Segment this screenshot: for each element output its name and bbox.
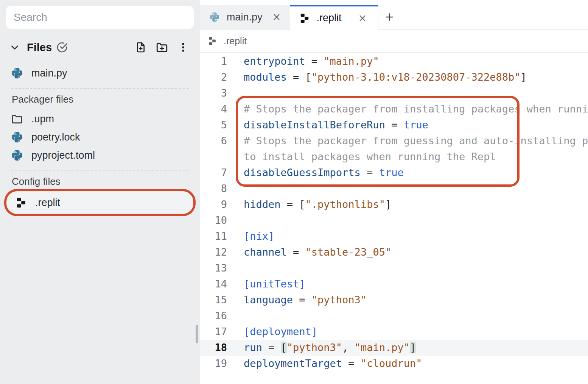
sidebar-scrollbar-thumb[interactable] [196, 325, 198, 343]
line-number [200, 149, 227, 165]
python-icon [209, 12, 220, 22]
code-line[interactable]: 12channel = "stable-23_05" [200, 244, 588, 260]
line-number: 19 [200, 356, 227, 372]
line-number: 14 [200, 276, 227, 292]
line-number: 17 [200, 324, 227, 340]
code-line[interactable]: 15language = "python3" [200, 292, 588, 308]
code-line[interactable]: 17[deployment] [200, 324, 588, 340]
line-number: 18 [200, 340, 227, 356]
new-file-icon[interactable] [132, 39, 149, 56]
chevron-down-icon[interactable] [8, 39, 22, 56]
line-number: 7 [200, 165, 227, 181]
python-icon [11, 67, 23, 79]
code-text: to install packages when running the Rep… [227, 149, 496, 165]
line-number: 16 [200, 308, 227, 324]
line-number: 2 [200, 69, 227, 85]
line-number: 3 [200, 85, 227, 101]
divider [11, 170, 189, 171]
code-line[interactable]: 7disableGuessImports = true [200, 165, 588, 181]
file-name: pyproject.toml [31, 150, 95, 161]
new-tab-button[interactable] [378, 5, 400, 29]
code-line[interactable]: 14[unitTest] [200, 276, 588, 292]
replit-ide-window: Files main.py [0, 0, 588, 384]
file-sidebar: Files main.py [0, 0, 200, 384]
check-circle-icon[interactable] [53, 39, 71, 56]
code-line[interactable]: 6# Stops the packager from guessing and … [200, 133, 588, 149]
file-name: main.py [31, 67, 67, 79]
code-text [227, 212, 244, 228]
code-text: run = ["python3", "main.py"] [227, 340, 416, 356]
code-line[interactable]: 8 [200, 181, 588, 197]
sidebar-item-main-py[interactable]: main.py [6, 64, 194, 82]
code-text: # Stops the packager from guessing and a… [227, 133, 588, 149]
code-text: channel = "stable-23_05" [227, 244, 391, 260]
divider [11, 88, 189, 89]
section-label-packager-files: Packager files [12, 94, 194, 105]
line-number: 10 [200, 212, 227, 228]
files-header: Files [6, 37, 194, 57]
file-name: .replit [35, 197, 60, 209]
python-icon [11, 131, 23, 143]
tab-replit[interactable]: .replit [290, 5, 378, 30]
line-number: 15 [200, 292, 227, 308]
code-text: # Stops the packager from installing pac… [227, 101, 588, 117]
code-line[interactable]: to install packages when running the Rep… [200, 149, 588, 165]
tab-main-py[interactable]: main.py [200, 5, 290, 29]
code-line[interactable]: 16 [200, 308, 588, 324]
code-text [227, 308, 244, 324]
close-icon[interactable] [358, 14, 367, 22]
code-line[interactable]: 13 [200, 260, 588, 276]
code-line[interactable]: 19deploymentTarget = "cloudrun" [200, 356, 588, 372]
code-line[interactable]: 4# Stops the packager from installing pa… [200, 101, 588, 117]
replit-icon [299, 13, 310, 23]
code-text: disableInstallBeforeRun = true [227, 117, 428, 133]
code-line[interactable]: 11[nix] [200, 228, 588, 244]
code-line[interactable]: 9hidden = [".pythonlibs"] [200, 197, 588, 212]
sidebar-item-pyproject-toml[interactable]: pyproject.toml [6, 146, 194, 164]
code-line[interactable]: 18run = ["python3", "main.py"] [200, 340, 588, 356]
line-number: 4 [200, 101, 227, 117]
file-name: poetry.lock [31, 131, 80, 143]
line-number: 13 [200, 260, 227, 276]
python-icon [11, 149, 23, 161]
tab-bar: main.py .replit [200, 0, 588, 30]
kebab-menu-icon[interactable] [174, 39, 192, 56]
close-icon[interactable] [272, 13, 281, 21]
code-line[interactable]: 5disableInstallBeforeRun = true [200, 117, 588, 133]
code-text: [unitTest] [227, 276, 305, 292]
code-lines: 1entrypoint = "main.py"2modules = ["pyth… [200, 53, 588, 372]
line-number: 12 [200, 244, 227, 260]
code-text: deploymentTarget = "cloudrun" [227, 356, 422, 372]
line-number: 5 [200, 117, 227, 133]
code-editor[interactable]: 1entrypoint = "main.py"2modules = ["pyth… [200, 53, 588, 384]
tab-label: main.py [227, 11, 263, 23]
code-line[interactable]: 3 [200, 85, 588, 101]
code-text: [deployment] [227, 324, 317, 340]
sidebar-item-replit[interactable]: .replit [6, 192, 194, 213]
code-line[interactable]: 2modules = ["python-3.10:v18-20230807-32… [200, 69, 588, 85]
search-input[interactable] [6, 6, 194, 29]
folder-icon [11, 113, 23, 125]
line-number: 1 [200, 53, 227, 69]
line-number: 9 [200, 197, 227, 212]
code-line[interactable]: 10 [200, 212, 588, 228]
new-folder-icon[interactable] [153, 39, 171, 56]
breadcrumb: .replit [200, 30, 588, 53]
code-text [227, 181, 244, 197]
sidebar-item-upm[interactable]: .upm [6, 110, 194, 128]
editor-pane: main.py .replit [200, 0, 588, 384]
code-text: entrypoint = "main.py" [227, 53, 379, 69]
line-number: 11 [200, 228, 227, 244]
replit-icon [16, 197, 27, 208]
code-text [227, 260, 244, 276]
code-text: modules = ["python-3.10:v18-20230807-322… [227, 69, 527, 85]
files-section-title: Files [27, 41, 52, 54]
sidebar-item-poetry-lock[interactable]: poetry.lock [6, 128, 194, 146]
code-line[interactable]: 1entrypoint = "main.py" [200, 53, 588, 69]
code-text: disableGuessImports = true [227, 165, 404, 181]
code-text: language = "python3" [227, 292, 367, 308]
line-number: 6 [200, 133, 227, 149]
line-number: 8 [200, 181, 227, 197]
section-label-config-files: Config files [12, 176, 194, 187]
code-text: [nix] [227, 228, 274, 244]
